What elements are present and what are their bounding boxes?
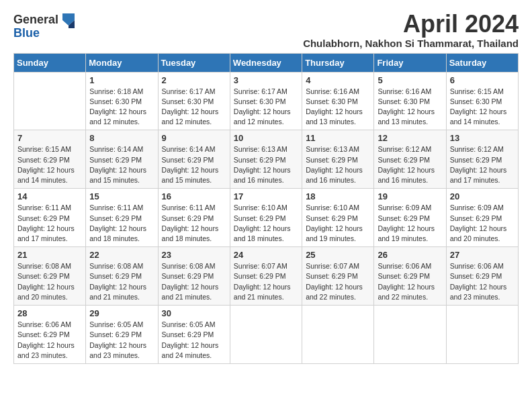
header-monday: Monday	[86, 53, 158, 72]
header-thursday: Thursday	[302, 53, 374, 72]
day-number: 7	[17, 133, 82, 143]
day-info: Sunrise: 6:11 AMSunset: 6:29 PMDaylight:…	[162, 203, 226, 244]
day-cell: 20Sunrise: 6:09 AMSunset: 6:29 PMDayligh…	[446, 189, 518, 247]
day-number: 15	[89, 191, 154, 201]
day-number: 29	[89, 308, 154, 318]
day-cell: 18Sunrise: 6:10 AMSunset: 6:29 PMDayligh…	[302, 189, 374, 247]
day-cell: 25Sunrise: 6:07 AMSunset: 6:29 PMDayligh…	[302, 247, 374, 306]
header-saturday: Saturday	[446, 53, 518, 72]
day-cell: 28Sunrise: 6:06 AMSunset: 6:29 PMDayligh…	[14, 306, 86, 364]
day-number: 28	[17, 308, 82, 318]
day-cell: 24Sunrise: 6:07 AMSunset: 6:29 PMDayligh…	[230, 247, 302, 306]
day-number: 25	[306, 250, 370, 260]
day-cell: 23Sunrise: 6:08 AMSunset: 6:29 PMDayligh…	[158, 247, 230, 306]
day-info: Sunrise: 6:10 AMSunset: 6:29 PMDaylight:…	[306, 203, 370, 244]
day-info: Sunrise: 6:11 AMSunset: 6:29 PMDaylight:…	[89, 203, 154, 244]
day-cell: 17Sunrise: 6:10 AMSunset: 6:29 PMDayligh…	[230, 189, 302, 247]
day-cell	[230, 306, 302, 364]
calendar-table: SundayMondayTuesdayWednesdayThursdayFrid…	[13, 53, 519, 364]
day-number: 1	[89, 75, 154, 85]
day-info: Sunrise: 6:15 AMSunset: 6:29 PMDaylight:…	[17, 144, 82, 185]
day-info: Sunrise: 6:06 AMSunset: 6:29 PMDaylight:…	[378, 261, 442, 302]
day-info: Sunrise: 6:15 AMSunset: 6:30 PMDaylight:…	[450, 87, 515, 128]
day-cell: 2Sunrise: 6:17 AMSunset: 6:30 PMDaylight…	[158, 72, 230, 130]
week-row-2: 7Sunrise: 6:15 AMSunset: 6:29 PMDaylight…	[14, 130, 519, 189]
day-cell: 30Sunrise: 6:05 AMSunset: 6:29 PMDayligh…	[158, 306, 230, 364]
day-number: 8	[89, 133, 154, 143]
day-number: 20	[450, 191, 515, 201]
day-number: 2	[162, 75, 226, 85]
day-info: Sunrise: 6:10 AMSunset: 6:29 PMDaylight:…	[234, 203, 298, 244]
day-cell: 16Sunrise: 6:11 AMSunset: 6:29 PMDayligh…	[158, 189, 230, 247]
day-number: 12	[378, 133, 442, 143]
day-info: Sunrise: 6:08 AMSunset: 6:29 PMDaylight:…	[17, 261, 82, 302]
day-cell: 27Sunrise: 6:06 AMSunset: 6:29 PMDayligh…	[446, 247, 518, 306]
day-info: Sunrise: 6:17 AMSunset: 6:30 PMDaylight:…	[162, 87, 226, 128]
day-cell: 3Sunrise: 6:17 AMSunset: 6:30 PMDaylight…	[230, 72, 302, 130]
day-cell: 26Sunrise: 6:06 AMSunset: 6:29 PMDayligh…	[374, 247, 446, 306]
week-row-5: 28Sunrise: 6:06 AMSunset: 6:29 PMDayligh…	[14, 306, 519, 364]
day-number: 17	[234, 191, 298, 201]
day-number: 24	[234, 250, 298, 260]
subtitle: Chulabhorn, Nakhon Si Thammarat, Thailan…	[303, 38, 519, 49]
title-block: April 2024 Chulabhorn, Nakhon Si Thammar…	[303, 11, 519, 49]
day-cell: 6Sunrise: 6:15 AMSunset: 6:30 PMDaylight…	[446, 72, 518, 130]
day-cell: 1Sunrise: 6:18 AMSunset: 6:30 PMDaylight…	[86, 72, 158, 130]
day-info: Sunrise: 6:06 AMSunset: 6:29 PMDaylight:…	[17, 320, 82, 361]
day-cell: 7Sunrise: 6:15 AMSunset: 6:29 PMDaylight…	[14, 130, 86, 189]
logo-icon	[60, 11, 76, 30]
day-cell: 22Sunrise: 6:08 AMSunset: 6:29 PMDayligh…	[86, 247, 158, 306]
day-cell: 9Sunrise: 6:14 AMSunset: 6:29 PMDaylight…	[158, 130, 230, 189]
day-number: 26	[378, 250, 442, 260]
day-info: Sunrise: 6:18 AMSunset: 6:30 PMDaylight:…	[89, 87, 154, 128]
page-header: General Blue April 2024 Chulabhorn, Nakh…	[13, 11, 519, 49]
day-cell: 21Sunrise: 6:08 AMSunset: 6:29 PMDayligh…	[14, 247, 86, 306]
day-info: Sunrise: 6:05 AMSunset: 6:29 PMDaylight:…	[162, 320, 226, 361]
logo-general: General	[13, 13, 58, 26]
day-number: 5	[378, 75, 442, 85]
day-number: 18	[306, 191, 370, 201]
day-info: Sunrise: 6:17 AMSunset: 6:30 PMDaylight:…	[234, 87, 298, 128]
day-info: Sunrise: 6:08 AMSunset: 6:29 PMDaylight:…	[89, 261, 154, 302]
day-info: Sunrise: 6:13 AMSunset: 6:29 PMDaylight:…	[306, 144, 370, 185]
header-sunday: Sunday	[14, 53, 86, 72]
day-info: Sunrise: 6:09 AMSunset: 6:29 PMDaylight:…	[378, 203, 442, 244]
day-info: Sunrise: 6:13 AMSunset: 6:29 PMDaylight:…	[234, 144, 298, 185]
day-number: 13	[450, 133, 515, 143]
day-number: 4	[306, 75, 370, 85]
day-info: Sunrise: 6:08 AMSunset: 6:29 PMDaylight:…	[162, 261, 226, 302]
day-cell: 4Sunrise: 6:16 AMSunset: 6:30 PMDaylight…	[302, 72, 374, 130]
day-cell: 8Sunrise: 6:14 AMSunset: 6:29 PMDaylight…	[86, 130, 158, 189]
day-cell: 12Sunrise: 6:12 AMSunset: 6:29 PMDayligh…	[374, 130, 446, 189]
day-cell: 19Sunrise: 6:09 AMSunset: 6:29 PMDayligh…	[374, 189, 446, 247]
day-cell: 5Sunrise: 6:16 AMSunset: 6:30 PMDaylight…	[374, 72, 446, 130]
day-cell: 10Sunrise: 6:13 AMSunset: 6:29 PMDayligh…	[230, 130, 302, 189]
day-number: 19	[378, 191, 442, 201]
logo-blue: Blue	[13, 26, 40, 40]
day-info: Sunrise: 6:16 AMSunset: 6:30 PMDaylight:…	[306, 87, 370, 128]
day-info: Sunrise: 6:06 AMSunset: 6:29 PMDaylight:…	[450, 261, 515, 302]
day-number: 16	[162, 191, 226, 201]
week-row-1: 1Sunrise: 6:18 AMSunset: 6:30 PMDaylight…	[14, 72, 519, 130]
header-tuesday: Tuesday	[158, 53, 230, 72]
day-number: 11	[306, 133, 370, 143]
day-cell	[14, 72, 86, 130]
day-cell: 14Sunrise: 6:11 AMSunset: 6:29 PMDayligh…	[14, 189, 86, 247]
day-cell: 15Sunrise: 6:11 AMSunset: 6:29 PMDayligh…	[86, 189, 158, 247]
week-row-4: 21Sunrise: 6:08 AMSunset: 6:29 PMDayligh…	[14, 247, 519, 306]
day-cell	[446, 306, 518, 364]
header-friday: Friday	[374, 53, 446, 72]
day-info: Sunrise: 6:16 AMSunset: 6:30 PMDaylight:…	[378, 87, 442, 128]
day-number: 23	[162, 250, 226, 260]
day-number: 3	[234, 75, 298, 85]
day-cell: 13Sunrise: 6:12 AMSunset: 6:29 PMDayligh…	[446, 130, 518, 189]
day-info: Sunrise: 6:12 AMSunset: 6:29 PMDaylight:…	[450, 144, 515, 185]
day-number: 21	[17, 250, 82, 260]
day-info: Sunrise: 6:14 AMSunset: 6:29 PMDaylight:…	[162, 144, 226, 185]
day-cell	[374, 306, 446, 364]
logo: General Blue	[13, 11, 76, 40]
day-info: Sunrise: 6:14 AMSunset: 6:29 PMDaylight:…	[89, 144, 154, 185]
day-info: Sunrise: 6:09 AMSunset: 6:29 PMDaylight:…	[450, 203, 515, 244]
day-info: Sunrise: 6:07 AMSunset: 6:29 PMDaylight:…	[234, 261, 298, 302]
day-number: 10	[234, 133, 298, 143]
